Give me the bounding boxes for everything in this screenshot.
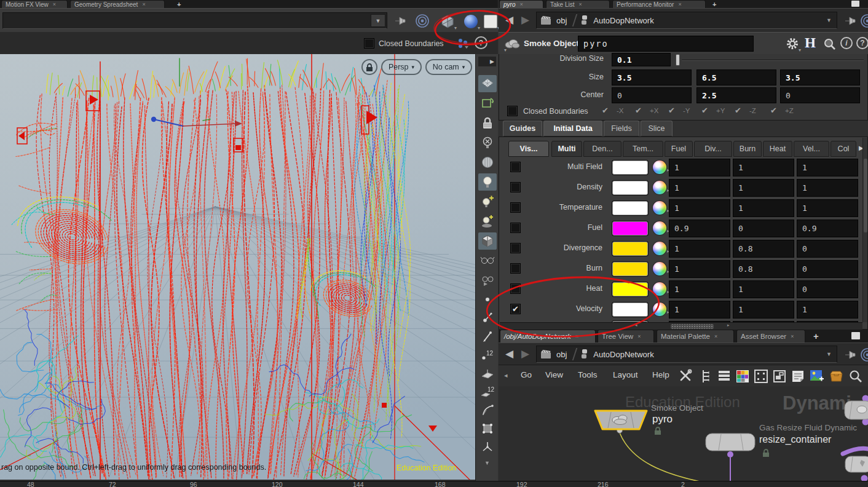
field-value-y[interactable]: 1	[733, 179, 794, 197]
display-primitive-numbers-button[interactable]: 12	[478, 384, 497, 400]
field-value-z[interactable]: 1	[797, 159, 858, 176]
subtab-den[interactable]: Den...	[583, 141, 621, 157]
field-value-z[interactable]: 0	[797, 260, 858, 278]
display-options-button[interactable]	[456, 37, 471, 50]
info-button[interactable]: i	[840, 37, 853, 49]
node-partial-bottom[interactable]	[844, 455, 868, 473]
toolbar-scroll-up-button[interactable]: ▶	[478, 57, 496, 66]
node-partial-top[interactable]	[843, 400, 868, 421]
field-value-x[interactable]: 1	[669, 240, 730, 258]
tab-pyro[interactable]: pyro ×	[499, 0, 543, 8]
scroll-right-icon[interactable]: ▸	[727, 323, 730, 328]
help-button[interactable]: ?	[856, 37, 868, 49]
pin-panel-button[interactable]	[843, 14, 858, 28]
color-ramp-icon[interactable]	[653, 282, 666, 296]
boundary-check-icon[interactable]: ✔	[770, 106, 777, 115]
subtab-fuel[interactable]: Fuel	[665, 141, 693, 157]
size-z-field[interactable]: 3.5	[780, 69, 860, 85]
chevron-down-icon[interactable]: ▼	[826, 351, 832, 357]
persp-view-button[interactable]: Persp ▾	[381, 59, 422, 75]
hide-objects-button[interactable]	[478, 272, 497, 289]
subtab-burn[interactable]: Burn	[733, 141, 762, 157]
link-group-button[interactable]	[860, 347, 868, 362]
field-color-swatch[interactable]	[612, 181, 648, 195]
headlight-button[interactable]	[478, 154, 497, 171]
node-pyro[interactable]	[590, 408, 652, 433]
scroll-left-icon[interactable]: ◂	[635, 323, 637, 328]
close-icon[interactable]: ×	[578, 1, 582, 7]
center-y-field[interactable]: 2.5	[696, 87, 776, 103]
lock-camera-button[interactable]	[478, 114, 497, 132]
high-quality-lighting-button[interactable]	[478, 193, 497, 210]
close-icon[interactable]: ×	[678, 1, 681, 7]
tab-fields[interactable]: Fields	[604, 121, 639, 137]
vertical-scrollbar[interactable]	[862, 138, 867, 322]
field-value-z[interactable]: 1	[797, 301, 858, 319]
color-ramp-icon[interactable]	[653, 303, 666, 316]
menu-view[interactable]: View	[545, 370, 563, 379]
field-value-y[interactable]: 0	[733, 220, 794, 237]
tab-obj-autodopnetwork[interactable]: /obj/AutoDopNetwork ×	[500, 330, 596, 342]
normal-lighting-button[interactable]	[478, 173, 497, 191]
tab-material-palette[interactable]: Material Palette ×	[657, 330, 734, 342]
field-color-swatch[interactable]	[612, 160, 648, 175]
field-value-y[interactable]: 1	[733, 199, 794, 217]
display-points-button[interactable]	[478, 291, 497, 307]
color-ramp-icon[interactable]	[653, 262, 666, 275]
breadcrumb[interactable]: obj AutoDopNetwork ▼	[536, 346, 837, 363]
link-group-button[interactable]	[414, 13, 430, 29]
boundary-check-icon[interactable]: ✔	[701, 106, 708, 115]
flat-shade-button[interactable]: ▾	[482, 14, 499, 30]
geometry-mode-button[interactable]: ▾	[439, 13, 456, 30]
grid-snap-button[interactable]	[753, 368, 769, 384]
field-value-y[interactable]: 1	[733, 280, 794, 298]
asset-box-button[interactable]	[828, 368, 844, 384]
no-lighting-button[interactable]	[478, 134, 497, 151]
color-palette-button[interactable]	[735, 368, 751, 384]
back-button[interactable]: ◀	[505, 347, 513, 360]
boundary-check-icon[interactable]: ✔	[602, 106, 609, 115]
breadcrumb-node[interactable]: AutoDopNetwork	[593, 16, 653, 25]
list-view-button[interactable]	[716, 368, 732, 384]
ghost-objects-button[interactable]	[478, 252, 497, 269]
division-size-slider-track[interactable]	[682, 60, 864, 61]
display-point-trails-button[interactable]	[478, 328, 497, 344]
breadcrumb[interactable]: obj AutoDopNetwork ▼	[536, 12, 837, 29]
breadcrumb-root[interactable]: obj	[556, 16, 567, 25]
tab-asset-browser[interactable]: Asset Browser ×	[736, 330, 805, 342]
tree-controls-button[interactable]	[699, 368, 714, 384]
field-value-x[interactable]: 1	[669, 159, 730, 176]
tab-motion-fx-view[interactable]: Motion FX View ×	[1, 0, 68, 8]
closed-boundaries-checkbox[interactable]	[364, 38, 374, 49]
display-profiles-button[interactable]	[478, 402, 497, 418]
field-value-x[interactable]: 1	[669, 260, 730, 278]
menu-tools[interactable]: Tools	[578, 370, 598, 379]
tab-performance-monitor[interactable]: Performance Monitor ×	[612, 0, 706, 8]
gear-menu-button[interactable]: ▾	[785, 36, 800, 51]
viewport-canvas[interactable]	[0, 54, 475, 480]
back-button[interactable]: ◀	[505, 14, 513, 26]
field-value-y[interactable]: 1	[733, 159, 794, 176]
node-resize-container[interactable]	[704, 432, 758, 454]
field-value-x[interactable]: 1	[669, 301, 730, 319]
close-icon[interactable]: ×	[637, 333, 641, 339]
node-type-menu[interactable]: ▾	[503, 36, 521, 51]
tab-geometry-spreadsheet[interactable]: Geometry Spreadsheet ×	[70, 0, 165, 8]
viewport-help-button[interactable]: ?	[475, 36, 487, 49]
view-grid-button[interactable]	[478, 75, 497, 92]
hq-lighting-shadows-button[interactable]	[478, 213, 497, 230]
camera-lock-button[interactable]	[361, 59, 377, 75]
display-normals-button[interactable]	[478, 310, 497, 326]
add-tab-button[interactable]: +	[811, 330, 821, 342]
menu-layout[interactable]: Layout	[613, 370, 638, 379]
motionfx-preset-combo[interactable]: ▼	[2, 12, 387, 29]
subnetwork-view-button[interactable]	[771, 368, 787, 384]
field-value-z[interactable]: 0	[797, 280, 858, 298]
close-icon[interactable]: ×	[575, 333, 578, 339]
field-color-swatch[interactable]	[612, 262, 648, 276]
subtab-multi[interactable]: Multi	[551, 141, 582, 157]
field-value-z[interactable]: 1	[797, 199, 858, 217]
field-color-swatch[interactable]	[612, 221, 648, 236]
tools-button[interactable]	[678, 368, 694, 384]
breadcrumb-node[interactable]: AutoDopNetwork	[593, 350, 653, 359]
